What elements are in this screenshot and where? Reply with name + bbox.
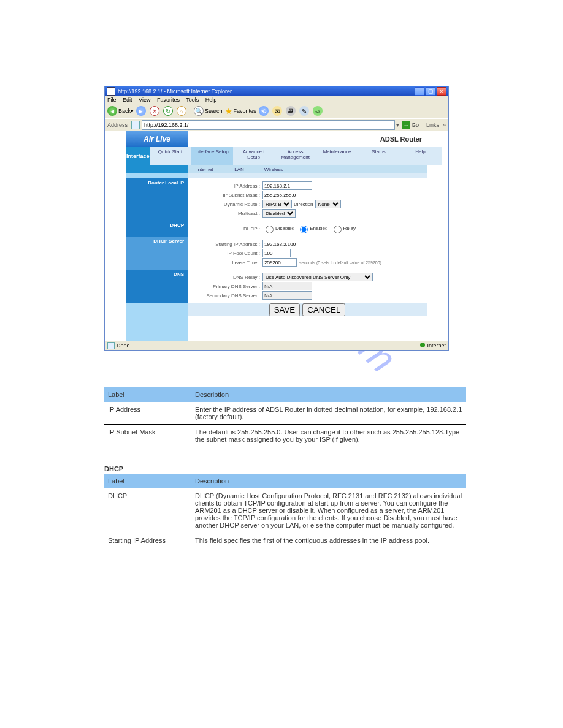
ie-icon <box>107 87 115 96</box>
doc-header-desc: Description <box>191 387 466 402</box>
doc-row-dhcp-desc: DHCP (Dynamic Host Configuration Protoco… <box>191 488 466 533</box>
mail-icon: ✉ <box>272 106 282 116</box>
search-icon: 🔍 <box>194 106 204 116</box>
section-router-local-ip: Router Local IP <box>126 178 188 221</box>
edit-icon: ✎ <box>299 106 309 116</box>
history-button[interactable]: ⟲ <box>259 106 270 116</box>
doc-row-dhcp-label: DHCP <box>104 488 191 533</box>
cancel-button[interactable]: CANCEL <box>302 303 345 316</box>
stop-icon: ✕ <box>150 106 159 116</box>
home-icon: ⌂ <box>177 106 186 116</box>
doc-dhcp-header-label: Label <box>104 474 191 488</box>
forward-button[interactable]: ► <box>136 106 147 116</box>
close-button[interactable]: × <box>437 87 446 96</box>
links-label[interactable]: Links <box>426 122 439 128</box>
menu-favorites[interactable]: Favorites <box>157 97 180 103</box>
brand-logo: Air Live <box>126 131 188 147</box>
menu-tools[interactable]: Tools <box>186 97 199 103</box>
dhcp-enabled-radio[interactable]: Enabled <box>297 224 327 233</box>
router-page: Air Live ADSL Router Interface Quick Sta… <box>126 131 427 341</box>
doc-row-mask-desc: The default is 255.255.255.0. User can c… <box>191 425 466 447</box>
section-dns: DNS <box>126 270 188 303</box>
minimize-button[interactable]: _ <box>415 87 424 96</box>
tab-access-management[interactable]: Access Management <box>275 147 316 165</box>
messenger-button[interactable]: ☺ <box>313 106 324 116</box>
menu-view[interactable]: View <box>139 97 150 103</box>
multicast-select[interactable]: Disabled <box>262 209 296 218</box>
tab-help[interactable]: Help <box>400 147 442 165</box>
subtab-lan[interactable]: LAN <box>222 167 256 172</box>
lease-time-note: seconds (0 sets to default value of 2592… <box>299 260 381 265</box>
window-title: http://192.168.2.1/ - Microsoft Internet… <box>118 88 232 94</box>
back-icon: ◄ <box>107 106 117 116</box>
tab-quick-start[interactable]: Quick Start <box>150 147 191 165</box>
menu-file[interactable]: File <box>107 97 117 103</box>
ip-address-input[interactable] <box>262 181 312 190</box>
menu-edit[interactable]: Edit <box>123 97 132 103</box>
primary-dns-input <box>262 282 312 290</box>
go-button[interactable]: → <box>402 121 410 129</box>
doc-row-ip-desc: Enter the IP address of ADSL Router in d… <box>191 402 466 425</box>
sub-tabs: Internet LAN Wireless <box>188 165 427 173</box>
menu-help[interactable]: Help <box>205 97 217 103</box>
lease-time-input[interactable] <box>262 258 297 267</box>
back-button[interactable]: ◄Back ▾ <box>107 106 134 116</box>
search-button[interactable]: 🔍Search <box>194 106 223 116</box>
history-icon: ⟲ <box>259 106 269 116</box>
doc-row-start-desc: This field specifies the first of the co… <box>191 533 466 548</box>
messenger-icon: ☺ <box>313 106 323 116</box>
dns-relay-select[interactable]: Use Auto Discovered DNS Server Only <box>262 273 373 281</box>
secondary-dns-input <box>262 291 312 300</box>
ie-window: http://192.168.2.1/ - Microsoft Internet… <box>104 86 449 351</box>
subtab-wireless[interactable]: Wireless <box>256 167 291 172</box>
subtab-internet[interactable]: Internet <box>188 167 222 172</box>
address-label: Address <box>107 122 128 128</box>
dhcp-label: DHCP : <box>193 226 262 232</box>
doc-row-ip-label: IP Address <box>104 402 191 425</box>
pool-count-input[interactable] <box>262 249 291 257</box>
forward-icon: ► <box>136 106 146 116</box>
toolbar: ◄Back ▾ ► ✕ ↻ ⌂ 🔍Search ★Favorites ⟲ ✉ 🖶… <box>105 104 448 118</box>
go-label: Go <box>412 122 419 128</box>
statusbar: Done Internet <box>105 341 448 350</box>
ip-address-label: IP Address : <box>193 183 262 189</box>
home-button[interactable]: ⌂ <box>177 106 188 116</box>
subnet-mask-label: IP Subnet Mask : <box>193 192 262 198</box>
favorites-button[interactable]: ★Favorites <box>225 107 256 116</box>
starting-ip-input[interactable] <box>262 240 312 248</box>
save-button[interactable]: SAVE <box>269 303 301 316</box>
dhcp-disabled-radio[interactable]: Disabled <box>262 224 294 233</box>
page-title: ADSL Router <box>188 135 427 143</box>
doc-header-label: Label <box>104 387 191 402</box>
dns-relay-label: DNS Relay : <box>193 275 262 280</box>
tab-advanced-setup[interactable]: Advanced Setup <box>233 147 275 165</box>
dynamic-route-select[interactable]: RIP2-B <box>262 200 292 208</box>
tab-interface-setup[interactable]: Interface Setup <box>191 147 233 165</box>
doc-row-start-label: Starting IP Address <box>104 533 191 548</box>
doc-dhcp-header-desc: Description <box>191 474 466 488</box>
dynamic-route-label: Dynamic Route : <box>193 202 262 207</box>
subnet-mask-input[interactable] <box>262 191 312 199</box>
edit-button[interactable]: ✎ <box>299 106 310 116</box>
secondary-dns-label: Secondary DNS Server : <box>193 293 262 298</box>
section-dhcp: DHCP <box>126 221 188 237</box>
pool-count-label: IP Pool Count : <box>193 251 262 256</box>
addressbar: Address ▾ → Go Links » <box>105 118 448 131</box>
starting-ip-label: Starting IP Address : <box>193 241 262 247</box>
zone-indicator: Internet <box>420 343 446 349</box>
menubar: File Edit View Favorites Tools Help <box>105 96 448 104</box>
refresh-button[interactable]: ↻ <box>163 106 174 116</box>
maximize-button[interactable]: ▢ <box>426 87 435 96</box>
stop-button[interactable]: ✕ <box>150 106 161 116</box>
direction-select[interactable]: None <box>315 200 341 208</box>
address-input[interactable] <box>142 120 395 130</box>
star-icon: ★ <box>225 107 232 116</box>
tab-maintenance[interactable]: Maintenance <box>316 147 358 165</box>
mail-button[interactable]: ✉ <box>272 106 283 116</box>
direction-label: Direction <box>294 202 313 207</box>
tab-status[interactable]: Status <box>358 147 400 165</box>
sidebar-label: Interface <box>126 147 150 165</box>
refresh-icon: ↻ <box>163 106 173 116</box>
print-button[interactable]: 🖶 <box>286 106 297 116</box>
dhcp-relay-radio[interactable]: Relay <box>331 224 356 233</box>
